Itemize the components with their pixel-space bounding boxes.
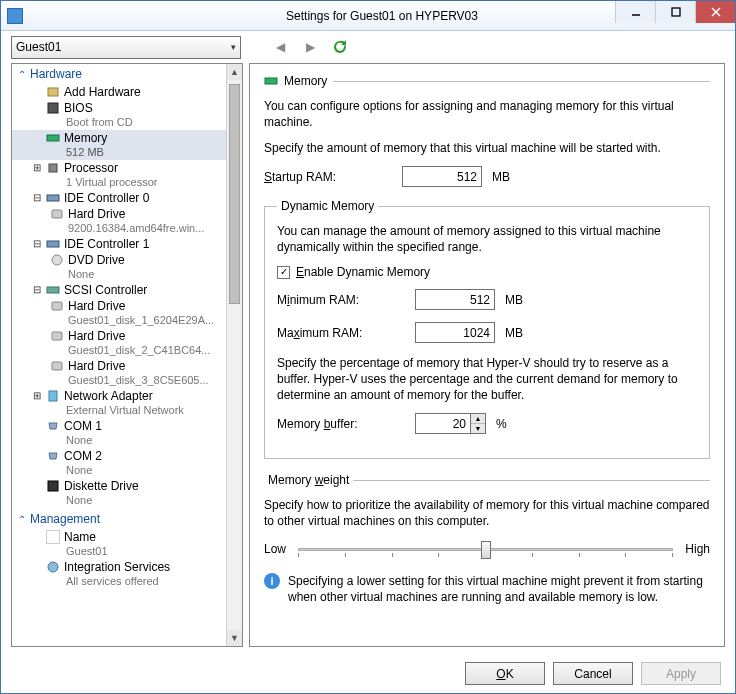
toolbar: Guest01 ▾ ◀ ▶ (1, 31, 735, 63)
tree-scsi-hd2[interactable]: Hard Drive Guest01_disk_2_C41BC64... (12, 328, 226, 358)
nav-forward-button[interactable]: ▶ (299, 36, 321, 58)
minimize-button[interactable] (615, 1, 655, 23)
svg-rect-14 (52, 332, 62, 340)
tree-scsi-hd3[interactable]: Hard Drive Guest01_disk_3_8C5E605... (12, 358, 226, 388)
tree-memory[interactable]: Memory 512 MB (12, 130, 226, 160)
section-hardware[interactable]: ⌃Hardware (12, 64, 226, 84)
svg-rect-1 (672, 8, 680, 16)
slider-thumb[interactable] (481, 541, 491, 559)
min-ram-label: Minimum RAM: (277, 293, 407, 307)
svg-rect-19 (265, 78, 277, 84)
svg-rect-7 (49, 164, 57, 172)
enable-dynamic-label: Enable Dynamic Memory (296, 265, 430, 279)
svg-rect-13 (52, 302, 62, 310)
startup-text: Specify the amount of memory that this v… (264, 140, 710, 156)
slider-high-label: High (685, 542, 710, 556)
maximize-button[interactable] (655, 1, 695, 23)
section-management[interactable]: ⌃Management (12, 508, 226, 529)
tree-processor[interactable]: ⊞Processor 1 Virtual processor (12, 160, 226, 190)
weight-intro: Specify how to prioritize the availabili… (264, 497, 710, 529)
tree-com1[interactable]: COM 1 None (12, 418, 226, 448)
buffer-spinner[interactable]: ▲▼ (471, 413, 486, 434)
svg-rect-6 (47, 135, 59, 141)
tree-bios[interactable]: BIOS Boot from CD (12, 100, 226, 130)
buffer-intro: Specify the percentage of memory that Hy… (277, 355, 697, 403)
svg-rect-12 (47, 287, 59, 293)
min-ram-input[interactable] (415, 289, 495, 310)
scroll-up-icon[interactable]: ▲ (227, 64, 242, 80)
tree-name[interactable]: Name Guest01 (12, 529, 226, 559)
dynamic-memory-group: Dynamic Memory You can manage the amount… (264, 199, 710, 459)
slider-low-label: Low (264, 542, 286, 556)
apply-button[interactable]: Apply (641, 662, 721, 685)
tree-floppy[interactable]: Diskette Drive None (12, 478, 226, 508)
settings-tree: ⌃Hardware Add Hardware BIOS Boot from CD… (11, 63, 243, 647)
vm-selector-value: Guest01 (16, 40, 61, 54)
memory-settings-panel: Memory You can configure options for ass… (249, 63, 725, 647)
chevron-down-icon[interactable]: ▼ (471, 424, 485, 433)
dyn-intro: You can manage the amount of memory assi… (277, 223, 697, 255)
tree-scrollbar[interactable]: ▲ ▼ (226, 64, 242, 646)
cancel-button[interactable]: Cancel (553, 662, 633, 685)
svg-rect-10 (47, 241, 59, 247)
svg-rect-5 (48, 103, 58, 113)
chevron-down-icon: ▾ (231, 42, 236, 52)
tree-ide1[interactable]: ⊟IDE Controller 1 (12, 236, 226, 252)
panel-title: Memory (284, 74, 327, 88)
ok-button[interactable]: OK (465, 662, 545, 685)
enable-dynamic-checkbox[interactable] (277, 266, 290, 279)
svg-rect-4 (48, 88, 58, 96)
settings-window: Settings for Guest01 on HYPERV03 Guest01… (0, 0, 736, 694)
svg-rect-9 (52, 210, 62, 218)
startup-ram-label: Startup RAM: (264, 170, 394, 184)
max-ram-input[interactable] (415, 322, 495, 343)
svg-point-18 (48, 562, 58, 572)
buffer-label: Memory buffer: (277, 417, 407, 431)
titlebar: Settings for Guest01 on HYPERV03 (1, 1, 735, 31)
svg-rect-16 (49, 391, 57, 401)
max-ram-label: Maximum RAM: (277, 326, 407, 340)
memory-weight-legend: Memory weight (264, 473, 353, 487)
intro-text: You can configure options for assigning … (264, 98, 710, 130)
startup-ram-input[interactable] (402, 166, 482, 187)
scroll-thumb[interactable] (229, 84, 240, 304)
dialog-footer: OK Cancel Apply (1, 653, 735, 693)
app-icon (7, 8, 23, 24)
buffer-input[interactable] (415, 413, 471, 434)
memory-weight-group: Memory weight Specify how to prioritize … (264, 473, 710, 605)
tree-add-hardware[interactable]: Add Hardware (12, 84, 226, 100)
tree-ide0[interactable]: ⊟IDE Controller 0 (12, 190, 226, 206)
tree-ide0-harddrive[interactable]: Hard Drive 9200.16384.amd64fre.win... (12, 206, 226, 236)
tree-scsi[interactable]: ⊟SCSI Controller (12, 282, 226, 298)
tree-ide1-dvd[interactable]: DVD Drive None (12, 252, 226, 282)
dynamic-memory-legend: Dynamic Memory (277, 199, 378, 213)
scroll-down-icon[interactable]: ▼ (227, 630, 242, 646)
unit-mb: MB (492, 170, 510, 184)
svg-rect-8 (47, 195, 59, 201)
tree-integration[interactable]: Integration Services All services offere… (12, 559, 226, 589)
nav-back-button[interactable]: ◀ (269, 36, 291, 58)
close-button[interactable] (695, 1, 735, 23)
tree-nic[interactable]: ⊞Network Adapter External Virtual Networ… (12, 388, 226, 418)
info-text: Specifying a lower setting for this virt… (288, 573, 710, 605)
refresh-button[interactable] (329, 36, 351, 58)
chevron-up-icon[interactable]: ▲ (471, 414, 485, 424)
tree-scsi-hd1[interactable]: Hard Drive Guest01_disk_1_6204E29A... (12, 298, 226, 328)
svg-rect-15 (52, 362, 62, 370)
vm-selector[interactable]: Guest01 ▾ (11, 36, 241, 59)
weight-slider[interactable] (298, 539, 673, 559)
svg-point-11 (52, 255, 62, 265)
tree-com2[interactable]: COM 2 None (12, 448, 226, 478)
svg-rect-17 (48, 481, 58, 491)
memory-icon (264, 74, 278, 88)
info-icon: i (264, 573, 280, 589)
